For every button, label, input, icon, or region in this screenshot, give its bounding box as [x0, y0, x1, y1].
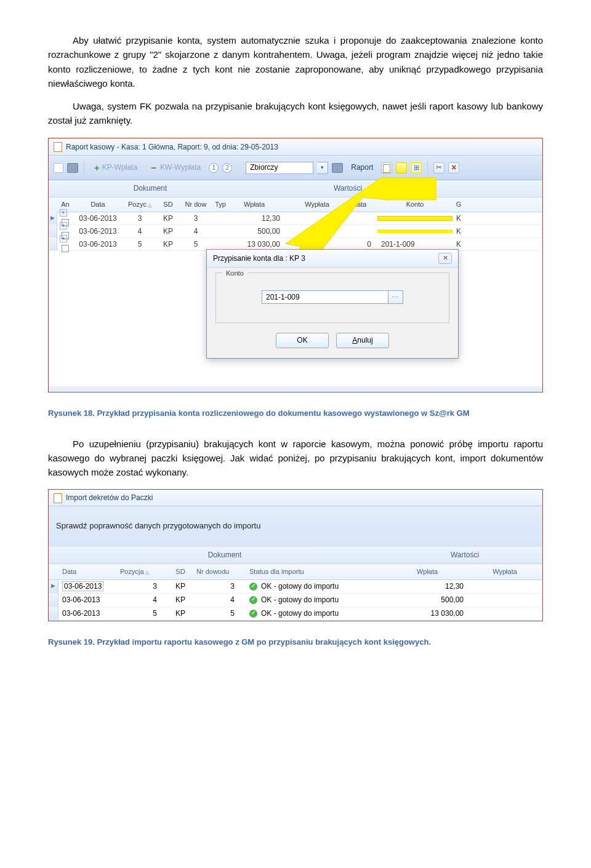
figure-caption-18: Rysunek 18. Przykład przypisania konta r… — [48, 407, 543, 420]
window-titlebar: Raport kasowy - Kasa: 1 Główna, Raport: … — [49, 138, 542, 156]
figure-caption-19: Rysunek 19. Przykład importu raportu kas… — [48, 636, 543, 648]
plus-icon: + — [94, 161, 100, 175]
col-pozycja[interactable]: Pozycja△ — [120, 564, 164, 579]
col-sd[interactable]: SD — [157, 197, 179, 212]
printer-icon[interactable] — [67, 163, 78, 173]
sort-asc-icon: △ — [148, 202, 151, 209]
dialog-title: Przypisanie konta dla : KP 3 — [213, 253, 305, 265]
table-row[interactable]: 03-06-2013 4 KP 4 ✓OK - gotowy do import… — [49, 594, 542, 607]
grid-column-header: An Data Pozyc△ SD Nr dow Typ Wpłata Wypł… — [49, 197, 542, 212]
cancel-button[interactable]: Anuluj — [336, 333, 389, 348]
screenshot-import-dekretow: Import dekretów do Paczki Sprawdź popraw… — [48, 489, 543, 621]
col-g[interactable]: G — [452, 197, 465, 212]
group-header-wartosci: Wartości — [243, 180, 452, 197]
col-wplata[interactable]: Wpłata — [391, 564, 471, 579]
window-title: Raport kasowy - Kasa: 1 Główna, Raport: … — [66, 141, 278, 153]
kp-wplata-button[interactable]: + KP-Wpłata — [90, 159, 142, 177]
scissors-icon[interactable]: ✂ — [433, 162, 444, 173]
number-1-icon[interactable]: 1 — [209, 163, 219, 173]
konto-cell-highlighted — [377, 229, 452, 233]
import-grid: Dokument Wartości Data Pozycja△ SD Nr do… — [49, 547, 542, 621]
table-row[interactable]: 03-06-2013 5 KP 5 ✓OK - gotowy do import… — [49, 607, 542, 621]
konto-fieldset: Konto ··· — [215, 273, 449, 323]
toolbar: + KP-Wpłata − KW-Wypłata 1 2 Zbiorczy▾ R… — [49, 156, 542, 180]
paragraph-2: Uwaga, system FK pozwala na przypisanie … — [48, 99, 543, 128]
import-instruction-text: Sprawdź poprawność danych przygotowanych… — [49, 506, 542, 547]
minus-icon: − — [151, 161, 156, 175]
col-nrdow[interactable]: Nr dow — [179, 197, 212, 212]
col-sd[interactable]: SD — [164, 564, 196, 579]
row-indicator-icon: ▶ — [49, 580, 58, 593]
chevron-down-icon[interactable]: ▾ — [317, 162, 328, 174]
document-icon — [54, 142, 62, 152]
new-icon[interactable] — [381, 162, 392, 173]
check-icon: ✓ — [249, 583, 257, 591]
sort-asc-icon: △ — [145, 569, 149, 576]
close-icon[interactable]: ✕ — [438, 253, 452, 264]
col-data[interactable]: Data — [58, 564, 120, 579]
group-header-wartosci: Wartości — [391, 547, 539, 563]
expand-icon[interactable]: + — [60, 222, 67, 229]
expand-icon[interactable]: + — [60, 235, 67, 242]
col-wyplata[interactable]: Wypłata — [471, 564, 539, 579]
preview-icon[interactable] — [54, 163, 63, 173]
col-nrdowodu[interactable]: Nr dowodu — [196, 564, 246, 579]
document-icon — [54, 493, 62, 503]
col-wplata[interactable]: Wpłata — [228, 197, 292, 212]
expand-icon[interactable]: + — [60, 209, 67, 217]
number-2-icon[interactable]: 2 — [222, 163, 232, 173]
dialog-titlebar: Przypisanie konta dla : KP 3 ✕ — [207, 250, 458, 268]
col-oplata[interactable]: Opłata — [342, 197, 377, 212]
assign-account-dialog: Przypisanie konta dla : KP 3 ✕ Konto ···… — [206, 249, 459, 359]
row-indicator-icon: ▶ — [49, 212, 57, 225]
konto-input[interactable] — [262, 290, 388, 304]
col-pozyc[interactable]: Pozyc△ — [123, 197, 157, 212]
delete-icon[interactable]: × — [448, 162, 459, 173]
check-icon: ✓ — [249, 610, 257, 618]
fieldset-legend: Konto — [222, 268, 247, 279]
col-konto[interactable]: Konto — [377, 197, 452, 212]
table-row[interactable]: ▶ 03-06-2013 3 KP 3 ✓OK - gotowy do impo… — [49, 580, 542, 594]
grid-column-header: Data Pozycja△ SD Nr dowodu Status dla im… — [49, 564, 542, 580]
screenshot-raport-kasowy: Raport kasowy - Kasa: 1 Główna, Raport: … — [48, 138, 543, 392]
paragraph-3: Po uzupełnieniu (przypisaniu) brakującyc… — [48, 437, 543, 480]
paragraph-1: Aby ułatwić przypisanie konta, system au… — [48, 33, 543, 90]
selected-cell: 03-06-2013 — [62, 581, 103, 591]
col-data[interactable]: Data — [73, 197, 123, 212]
grid-group-header: Dokument Wartości — [49, 180, 542, 197]
konto-cell-highlighted — [377, 216, 452, 221]
col-wyplata[interactable]: Wypłata — [292, 197, 342, 212]
browse-button[interactable]: ··· — [388, 290, 403, 304]
group-header-dokument: Dokument — [58, 547, 391, 563]
check-icon: ✓ — [249, 596, 257, 604]
mode-select[interactable]: Zbiorczy — [246, 162, 313, 174]
window-title: Import dekretów do Paczki — [66, 492, 153, 504]
grid-group-header: Dokument Wartości — [49, 547, 542, 564]
kw-wyplata-button[interactable]: − KW-Wypłata — [145, 159, 205, 177]
ok-button[interactable]: OK — [276, 333, 329, 348]
raport-button[interactable]: Raport — [347, 160, 377, 175]
edit-icon[interactable] — [396, 162, 407, 173]
col-typ[interactable]: Typ — [212, 197, 228, 212]
checkbox[interactable] — [62, 245, 69, 252]
group-header-dokument: Dokument — [57, 180, 243, 197]
tree-icon[interactable]: ⊞ — [411, 162, 422, 173]
window-titlebar: Import dekretów do Paczki — [49, 490, 542, 506]
printer-icon-2[interactable] — [332, 163, 343, 173]
col-status[interactable]: Status dla importu — [246, 564, 391, 579]
